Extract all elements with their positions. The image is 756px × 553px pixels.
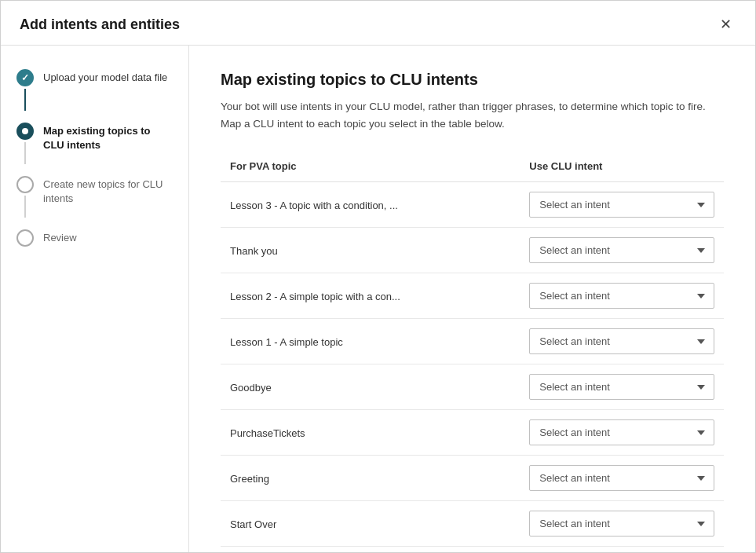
intent-select-wrapper: Select an intent (529, 419, 714, 445)
topic-name: Thank you (230, 245, 278, 257)
intent-select-wrapper: Select an intent (529, 465, 714, 491)
topic-name: Lesson 2 - A simple topic with a con... (230, 291, 400, 302)
intent-select-3[interactable]: Select an intent (529, 328, 714, 354)
intent-cell: Select an intent (520, 228, 724, 273)
dialog-body: ✓ Upload your model data file Map existi… (1, 46, 755, 552)
topic-cell: Start Over (221, 501, 520, 547)
step-connector-2 (24, 142, 26, 164)
topic-cell: Lesson 2 - A simple topic with a con... (221, 273, 520, 319)
intent-select-6[interactable]: Select an intent (529, 465, 714, 491)
main-content: Map existing topics to CLU intents Your … (189, 46, 755, 552)
table-row: GreetingSelect an intent (221, 456, 724, 501)
intent-select-0[interactable]: Select an intent (529, 192, 714, 218)
step-circle-create (16, 176, 34, 193)
sidebar-item-map: Map existing topics to CLU intents (1, 118, 188, 171)
step-label-upload: Upload your model data file (43, 69, 167, 85)
col-header-topic: For PVA topic (221, 154, 520, 182)
step-label-review: Review (43, 229, 77, 245)
intent-cell: Select an intent (520, 319, 724, 364)
intent-cell: Select an intent (520, 456, 724, 501)
step-label-create: Create new topics for CLU intents (43, 176, 173, 206)
step-left-map (16, 123, 34, 167)
intent-select-wrapper: Select an intent (529, 192, 714, 218)
close-icon: ✕ (720, 16, 732, 33)
topic-name: Lesson 3 - A topic with a condition, ... (230, 200, 398, 211)
topic-cell: Greeting (221, 456, 520, 501)
step-circle-map (16, 123, 34, 140)
section-description: Your bot will use intents in your CLU mo… (221, 98, 724, 132)
table-row: Lesson 3 - A topic with a condition, ...… (221, 182, 724, 228)
intent-select-7[interactable]: Select an intent (529, 511, 714, 537)
table-row: Lesson 2 - A simple topic with a con...S… (221, 273, 724, 319)
step-connector-1 (24, 89, 26, 111)
topic-cell: Lesson 1 - A simple topic (221, 319, 520, 364)
table-row: GoodbyeSelect an intent (221, 364, 724, 410)
sidebar-item-create: Create new topics for CLU intents (1, 171, 188, 225)
intent-cell: Select an intent (520, 182, 724, 228)
intent-select-4[interactable]: Select an intent (529, 374, 714, 400)
col-header-intent: Use CLU intent (520, 154, 724, 182)
intent-select-wrapper: Select an intent (529, 374, 714, 400)
topic-name: Lesson 1 - A simple topic (230, 336, 343, 348)
active-dot (22, 128, 28, 134)
table-row: Start OverSelect an intent (221, 501, 724, 547)
intent-select-wrapper: Select an intent (529, 237, 714, 263)
topic-cell: PurchaseTickets (221, 410, 520, 456)
sidebar-item-upload: ✓ Upload your model data file (1, 64, 188, 118)
step-left-create (16, 176, 34, 220)
close-button[interactable]: ✕ (714, 13, 736, 35)
step-label-map: Map existing topics to CLU intents (43, 123, 173, 152)
table-row: Thank youSelect an intent (221, 228, 724, 273)
topic-name: Start Over (230, 518, 276, 530)
dialog-title: Add intents and entities (20, 16, 180, 33)
table-row: PurchaseTicketsSelect an intent (221, 410, 724, 456)
topic-cell: Thank you (221, 228, 520, 273)
step-connector-3 (24, 196, 26, 218)
add-intents-dialog: Add intents and entities ✕ ✓ Upload your… (0, 0, 756, 553)
topic-cell: Lesson 3 - A topic with a condition, ... (221, 182, 520, 228)
intent-cell: Select an intent (520, 410, 724, 456)
step-left-review (16, 229, 34, 247)
intent-select-wrapper: Select an intent (529, 328, 714, 354)
intent-select-wrapper: Select an intent (529, 283, 714, 309)
topic-name: PurchaseTickets (230, 427, 305, 439)
intent-cell: Select an intent (520, 364, 724, 410)
sidebar-item-review: Review (1, 225, 188, 251)
dialog-header: Add intents and entities ✕ (1, 1, 755, 46)
step-circle-upload: ✓ (16, 69, 34, 86)
sidebar: ✓ Upload your model data file Map existi… (1, 46, 189, 552)
section-title: Map existing topics to CLU intents (221, 71, 724, 89)
intent-select-5[interactable]: Select an intent (529, 419, 714, 445)
intent-select-1[interactable]: Select an intent (529, 237, 714, 263)
topic-name: Goodbye (230, 382, 272, 394)
intent-select-2[interactable]: Select an intent (529, 283, 714, 309)
step-circle-review (16, 229, 34, 247)
topic-name: Greeting (230, 473, 269, 485)
mapping-table: For PVA topic Use CLU intent Lesson 3 - … (221, 154, 724, 547)
intent-select-wrapper: Select an intent (529, 511, 714, 537)
intent-cell: Select an intent (520, 273, 724, 319)
intent-cell: Select an intent (520, 501, 724, 547)
step-left-upload: ✓ (16, 69, 34, 113)
checkmark-icon: ✓ (21, 72, 29, 83)
topic-cell: Goodbye (221, 364, 520, 410)
table-row: Lesson 1 - A simple topicSelect an inten… (221, 319, 724, 364)
